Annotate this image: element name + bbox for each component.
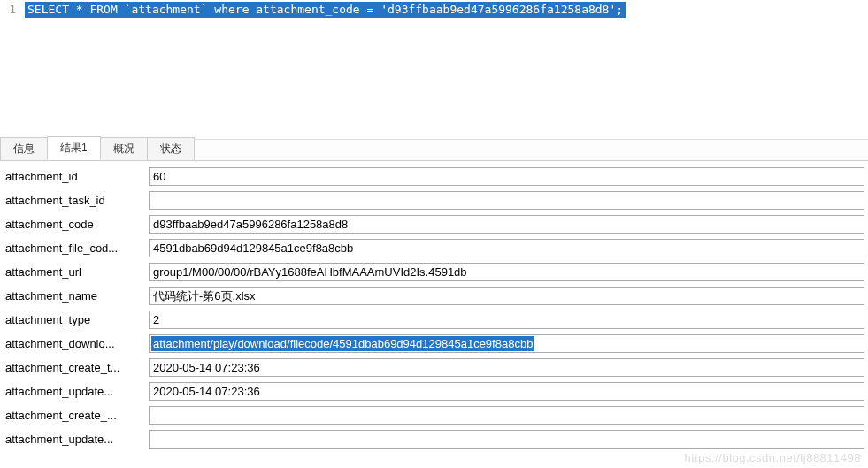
watermark: https://blog.csdn.net/lj88811498 — [684, 451, 861, 464]
field-label: attachment_code — [0, 218, 149, 231]
result-row: attachment_create_t... — [0, 356, 868, 380]
field-label: attachment_url — [0, 265, 149, 279]
line-number: 1 — [0, 2, 25, 18]
result-row: attachment_task_id — [0, 188, 868, 212]
tab-0[interactable]: 信息 — [0, 137, 48, 160]
field-input-wrap — [149, 263, 864, 281]
field-input-wrap — [149, 167, 864, 186]
field-label: attachment_downlo... — [0, 337, 149, 350]
result-row: attachment_file_cod... — [0, 236, 868, 260]
field-input[interactable] — [149, 191, 864, 210]
code-line: 1 SELECT * FROM `attachment` where attac… — [0, 2, 868, 18]
result-form: attachment_idattachment_task_idattachmen… — [0, 161, 868, 451]
field-input[interactable] — [149, 167, 864, 186]
tab-1[interactable]: 结果1 — [47, 136, 101, 160]
result-row: attachment_create_... — [0, 403, 868, 427]
field-input-wrap — [149, 191, 864, 210]
sql-text[interactable]: SELECT * FROM `attachment` where attachm… — [25, 2, 626, 18]
field-input-wrap — [149, 311, 864, 329]
field-input-wrap — [149, 382, 864, 401]
field-input[interactable] — [149, 215, 864, 234]
tab-3[interactable]: 状态 — [147, 137, 195, 160]
field-label: attachment_create_... — [0, 409, 149, 422]
result-row: attachment_downlo...attachment/play/down… — [0, 332, 868, 356]
field-input[interactable] — [149, 334, 864, 353]
field-input-wrap: attachment/play/download/filecode/4591db… — [149, 334, 864, 353]
field-label: attachment_name — [0, 289, 149, 303]
result-row: attachment_code — [0, 212, 868, 236]
field-input-wrap — [149, 406, 864, 425]
field-input-wrap — [149, 239, 864, 257]
field-label: attachment_update... — [0, 385, 149, 398]
field-input[interactable] — [149, 358, 864, 377]
field-input[interactable] — [149, 263, 864, 281]
field-input[interactable] — [149, 406, 864, 425]
field-input-wrap — [149, 215, 864, 234]
result-row: attachment_type — [0, 308, 868, 332]
field-label: attachment_id — [0, 170, 149, 183]
field-input-wrap — [149, 430, 864, 449]
field-label: attachment_update... — [0, 433, 149, 446]
result-row: attachment_name — [0, 284, 868, 308]
result-row: attachment_update... — [0, 427, 868, 451]
field-input[interactable] — [149, 239, 864, 257]
field-input[interactable] — [149, 430, 864, 449]
field-input[interactable] — [149, 311, 864, 329]
field-input[interactable] — [149, 382, 864, 401]
field-label: attachment_create_t... — [0, 361, 149, 374]
field-input-wrap — [149, 287, 864, 305]
field-input[interactable] — [149, 287, 864, 305]
result-tabs: 信息结果1概况状态 — [0, 140, 868, 161]
result-row: attachment_id — [0, 165, 868, 188]
field-label: attachment_task_id — [0, 194, 149, 207]
field-label: attachment_file_cod... — [0, 242, 149, 255]
tab-2[interactable]: 概况 — [100, 137, 148, 160]
result-row: attachment_update... — [0, 380, 868, 403]
field-input-wrap — [149, 358, 864, 377]
sql-editor[interactable]: 1 SELECT * FROM `attachment` where attac… — [0, 0, 868, 140]
field-label: attachment_type — [0, 313, 149, 326]
result-row: attachment_url — [0, 260, 868, 284]
